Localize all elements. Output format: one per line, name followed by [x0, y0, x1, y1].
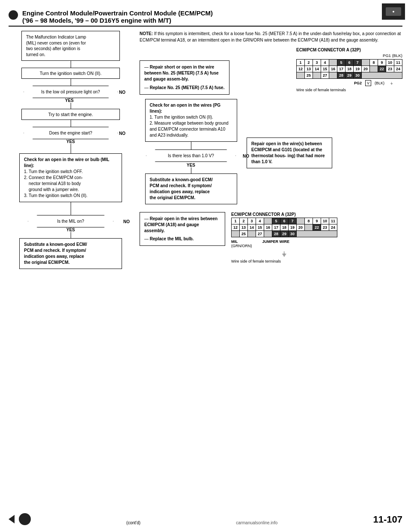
sub2-l2: PCM and recheck. If symptom/ — [150, 183, 232, 189]
header-icon — [9, 10, 18, 20]
middle-right-area: Check for an open in the wires (PG lines… — [140, 99, 402, 204]
cell-28: 28 — [337, 72, 345, 79]
vline6 — [71, 202, 71, 215]
bcell-16: 16 — [264, 224, 272, 231]
cow-step1: 1. Turn the ignition switch ON (II). — [150, 114, 232, 120]
page-header: Engine Control Module/Powertrain Control… — [9, 9, 402, 27]
main-layout: The Malfunction Indicator Lamp (MIL) nev… — [9, 31, 402, 269]
bcell-blank2 — [297, 218, 305, 224]
cell-3: 3 — [313, 60, 321, 66]
bcell-13: 13 — [240, 224, 248, 231]
bcell-23: 23 — [321, 224, 329, 231]
top-right-area: — Repair short or open in the wire betwe… — [140, 48, 402, 95]
cell-5: 5 — [337, 60, 345, 66]
ecm-top-table: 1 2 3 4 5 6 7 8 9 10 11 — [296, 59, 402, 79]
is-there-diamond-wrapper: Is there less than 1.0 V? NO — [140, 149, 242, 162]
yes-label-1-row: YES — [9, 98, 133, 103]
cell-2: 2 — [305, 60, 313, 66]
check-open-wire-box: Check for an open in the wire or bulb (M… — [19, 153, 122, 202]
bcell-19: 19 — [289, 224, 297, 231]
cell-16: 16 — [329, 66, 337, 72]
bcell-1: 1 — [232, 218, 240, 224]
back-arrow-icon — [9, 515, 15, 523]
page-title: Engine Control Module/Powertrain Control… — [22, 9, 213, 24]
yes-label-2: YES — [66, 139, 75, 144]
bcell-blank4 — [232, 231, 240, 237]
left-column: The Malfunction Indicator Lamp (MIL) nev… — [9, 31, 133, 269]
repair-dash1: — Repair short or open in the wire betwe… — [144, 64, 225, 82]
sub2-l3: indication goes away, replace — [150, 189, 232, 195]
bcell-15: 15 — [256, 224, 264, 231]
cell-blank2 — [362, 60, 370, 66]
watermark-label: carmanualsonline.info — [236, 520, 277, 525]
cell-blank3 — [370, 66, 378, 72]
cow-step2: 2. Measure voltage between body ground a… — [150, 120, 232, 138]
cell-15: 15 — [321, 66, 329, 72]
bottom-right-area: — Repair open in the wires between ECM/P… — [140, 212, 402, 263]
bcell-5: 5 — [272, 218, 280, 224]
note-text: NOTE: If this symptom is intermittent, c… — [140, 31, 402, 43]
sub1-line2: PCM and recheck. If symptom/ — [24, 248, 117, 254]
vline5 — [71, 144, 71, 153]
sub1-line3: indication goes away, replace — [24, 254, 117, 260]
cell-17: 17 — [337, 66, 345, 72]
vline2 — [71, 79, 71, 86]
repair-short-box: — Repair short or open in the wire betwe… — [140, 60, 229, 95]
bcell-blank1 — [264, 218, 272, 224]
check-step-1: 1. Turn the ignition switch OFF. — [24, 169, 117, 175]
wire-side-bottom: Wire side of female terminals — [231, 259, 337, 263]
cell-18: 18 — [345, 66, 354, 72]
cell-blank6 — [329, 72, 337, 79]
cell-11: 11 — [394, 60, 402, 66]
cell-8: 8 — [370, 60, 378, 66]
repair-mil-box: — Repair open in the wires between ECM/P… — [140, 212, 225, 246]
mil-box: The Malfunction Indicator Lamp (MIL) nev… — [21, 31, 120, 61]
bcell-3: 3 — [248, 218, 256, 224]
repair-dash2: — Replace No. 25 (METER) (7.5 A) fuse. — [144, 85, 225, 91]
mil-jumper-labels: MIL (GRN/ORN) JUMPER WIRE — [231, 239, 337, 248]
yes-label-3-row: YES — [66, 227, 75, 232]
cell-23: 23 — [386, 66, 394, 72]
top-logo: ● — [382, 3, 405, 20]
yes-label-3: YES — [66, 227, 75, 232]
cell-19: 19 — [354, 66, 362, 72]
bcell-11: 11 — [329, 218, 337, 224]
sub2-l1: Substitute a known-good ECM/ — [150, 177, 232, 183]
vline7 — [71, 232, 71, 238]
check-step-2: 2. Connect the ECM/PCM con- nector termi… — [24, 175, 117, 193]
vline-yes-there — [191, 167, 191, 173]
substitute-box-1: Substitute a known-good ECM/ PCM and rec… — [19, 238, 122, 269]
ecm-connector-top: ECM/PCM CONNECTOR A (32P) PG1 (BLK) 1 2 … — [296, 48, 402, 92]
sub1-line4: the original ECM/PCM. — [24, 260, 117, 266]
cell-9: 9 — [378, 60, 386, 66]
bcell-blank3 — [305, 224, 313, 231]
check-open-title: Check for an open in the wire or bulb (M… — [24, 157, 117, 169]
ecm-top-title: ECM/PCM CONNECTOR A (32P) — [296, 48, 402, 52]
engine-start-diamond-wrapper: Does the engine start? NO — [15, 127, 126, 139]
page-container: ● Engine Control Module/Powertrain Contr… — [0, 0, 411, 532]
bcell-10: 10 — [321, 218, 329, 224]
ecm-bot-title: ECM/PCM CONNECTOR A (32P) — [231, 212, 337, 217]
check-step-3: 3. Turn the ignition switch ON (II). — [24, 193, 117, 199]
cell-27: 27 — [321, 72, 329, 79]
sub2-l4: the original ECM/PCM. — [150, 195, 232, 201]
cell-14: 14 — [313, 66, 321, 72]
bcell-17: 17 — [272, 224, 280, 231]
cell-25: 25 — [305, 72, 313, 79]
bcell-24: 24 — [329, 224, 337, 231]
check-open-wires-flow: Check for an open in the wires (PG lines… — [140, 99, 242, 204]
pg2-label-row: PG2 V (BLK) ⏚ — [296, 80, 402, 86]
ecm-top-subtitle: PG1 (BLK) — [296, 53, 402, 58]
jumper-wire-label: JUMPER WIRE — [262, 239, 290, 248]
cell-blank1 — [329, 60, 337, 66]
substitute-box-2: Substitute a known-good ECM/ PCM and rec… — [145, 173, 237, 204]
ecm-bot-table: 1 2 3 4 5 6 7 8 9 10 11 — [231, 218, 337, 237]
ground-symbol-bottom: ⏚ — [231, 250, 337, 257]
ground-symbol: ⏚ — [390, 81, 393, 85]
bcell-4: 4 — [256, 218, 264, 224]
bcell-30: 30 — [289, 231, 297, 237]
bcell-29: 29 — [280, 231, 289, 237]
bcell-20: 20 — [297, 224, 305, 231]
cell-24: 24 — [394, 66, 402, 72]
cell-20: 20 — [362, 66, 370, 72]
